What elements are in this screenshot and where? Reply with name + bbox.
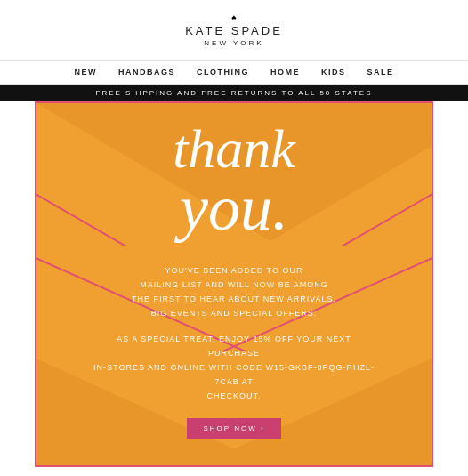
header: ♠ kate spade NEW YORK	[0, 0, 468, 54]
logo-location: NEW YORK	[204, 39, 263, 47]
nav-home[interactable]: HOME	[270, 68, 300, 77]
envelope-body: YOU'VE BEEN ADDED TO OURMAILING LIST AND…	[36, 246, 432, 465]
logo-name: kate spade	[185, 24, 283, 39]
you-text: you.	[36, 176, 432, 240]
footer: f 𝕥 P 📷 t ▶ GIFT CARDS CUSTOMER CARE STO…	[0, 467, 468, 476]
envelope: thank you. YOU'VE BEEN ADDED TO OURMAILI…	[35, 101, 433, 467]
mailing-list-message: YOU'VE BEEN ADDED TO OURMAILING LIST AND…	[90, 263, 378, 321]
nav-new[interactable]: NEW	[74, 68, 97, 77]
shop-now-button[interactable]: SHOP NOW ›	[187, 418, 280, 439]
discount-message: AS A SPECIAL TREAT, ENJOY 15% OFF YOUR N…	[90, 332, 378, 404]
logo-spade-icon: ♠	[231, 12, 236, 22]
nav-kids[interactable]: KIDS	[321, 68, 346, 77]
thank-you-overlay: thank you.	[36, 121, 432, 240]
main-nav: NEW HANDBAGS CLOTHING HOME KIDS SALE	[0, 60, 468, 85]
nav-sale[interactable]: SALE	[367, 68, 394, 77]
nav-clothing[interactable]: CLOTHING	[197, 68, 249, 77]
envelope-flap: thank you.	[36, 103, 432, 246]
envelope-body-text: YOU'VE BEEN ADDED TO OURMAILING LIST AND…	[90, 263, 378, 404]
promo-banner: FREE SHIPPING AND FREE RETURNS TO ALL 50…	[0, 85, 468, 101]
thank-text: thank	[36, 121, 432, 176]
nav-handbags[interactable]: HANDBAGS	[118, 68, 175, 77]
